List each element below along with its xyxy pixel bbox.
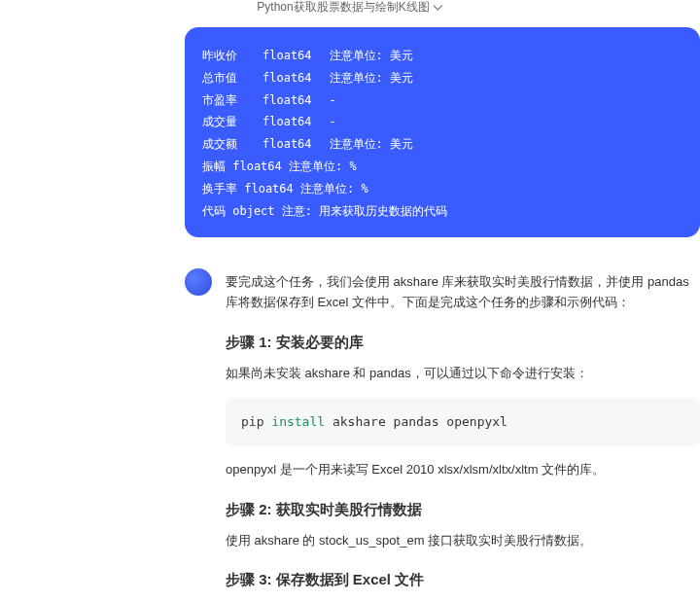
chevron-down-icon [434, 3, 443, 13]
data-row: 振幅 float64 注意单位: % [202, 156, 679, 178]
data-row: 昨收价float64注意单位: 美元 [202, 45, 679, 67]
user-message: 昨收价float64注意单位: 美元 总市值float64注意单位: 美元 市盈… [185, 27, 700, 237]
step-3-heading: 步骤 3: 保存数据到 Excel 文件 [226, 568, 700, 591]
step-2-heading: 步骤 2: 获取实时美股行情数据 [226, 498, 700, 521]
data-row: 换手率 float64 注意单位: % [202, 178, 679, 200]
page-title[interactable]: Python获取股票数据与绘制K线图 [257, 0, 442, 17]
data-row: 成交量float64- [202, 111, 679, 133]
data-row: 成交额float64注意单位: 美元 [202, 133, 679, 156]
data-row: 市盈率float64- [202, 89, 679, 112]
data-row: 总市值float64注意单位: 美元 [202, 67, 679, 89]
intro-text: 要完成这个任务，我们会使用 akshare 库来获取实时美股行情数据，并使用 p… [226, 272, 700, 313]
openpyxl-note: openpyxl 是一个用来读写 Excel 2010 xlsx/xlsm/xl… [226, 460, 700, 480]
page-title-text: Python获取股票数据与绘制K线图 [257, 0, 429, 17]
step-1-heading: 步骤 1: 安装必要的库 [226, 331, 700, 354]
step-2-text: 使用 akshare 的 stock_us_spot_em 接口获取实时美股行情… [226, 531, 700, 551]
code-block-install[interactable]: pip install akshare pandas openpyxl [226, 398, 700, 446]
assistant-message: 要完成这个任务，我们会使用 akshare 库来获取实时美股行情数据，并使用 p… [0, 257, 700, 602]
avatar [185, 268, 212, 296]
data-row: 代码 object 注意: 用来获取历史数据的代码 [202, 200, 679, 223]
step-1-text: 如果尚未安装 akshare 和 pandas，可以通过以下命令进行安装： [226, 364, 700, 384]
